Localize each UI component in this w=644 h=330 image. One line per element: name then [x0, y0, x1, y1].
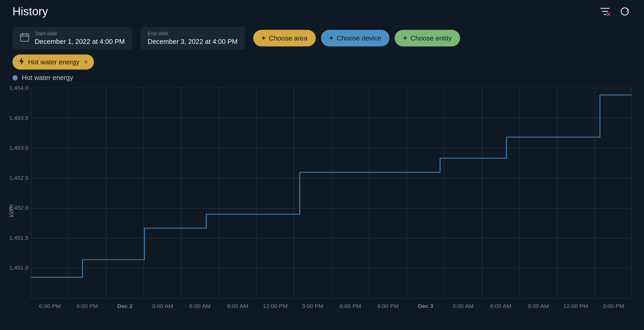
page-title: History [12, 5, 48, 18]
svg-text:9:00 PM: 9:00 PM [377, 303, 399, 309]
plus-icon-area: + [262, 34, 266, 42]
controls-row: Start date December 1, 2022 at 4:00 PM E… [0, 21, 644, 52]
svg-text:1,453.0: 1,453.0 [9, 145, 28, 151]
svg-text:9:00 AM: 9:00 AM [227, 303, 248, 309]
svg-text:1,454.0: 1,454.0 [9, 85, 28, 91]
svg-text:6:00 AM: 6:00 AM [490, 303, 511, 309]
choose-area-button[interactable]: + Choose area [253, 30, 316, 46]
svg-text:1,452.5: 1,452.5 [9, 175, 28, 181]
legend-label: Hot water energy [22, 74, 73, 82]
svg-text:6:00 AM: 6:00 AM [189, 303, 211, 309]
end-date-content: End date December 3, 2022 at 4:00 PM [148, 31, 238, 46]
app-header: History [0, 0, 644, 21]
svg-text:3:00 PM: 3:00 PM [302, 303, 323, 309]
svg-text:3:00 AM: 3:00 AM [152, 303, 173, 309]
svg-text:3:00 AM: 3:00 AM [453, 303, 474, 309]
entity-tag-row: Hot water energy × [0, 52, 644, 72]
svg-text:1,451.5: 1,451.5 [9, 235, 28, 241]
start-date-value: December 1, 2022 at 4:00 PM [35, 38, 125, 46]
choose-device-label: Choose device [337, 34, 381, 42]
filter-buttons: + Choose area + Choose device + Choose e… [253, 30, 460, 46]
lightning-icon [19, 58, 24, 66]
chart-container: kWh 1,454.0 1,453.5 1,453.0 1,452.5 1,45… [0, 83, 644, 319]
choose-entity-button[interactable]: + Choose entity [395, 30, 460, 46]
refresh-button[interactable] [618, 5, 632, 18]
main-chart: 1,454.0 1,453.5 1,453.0 1,452.5 1,452.0 … [31, 88, 632, 299]
chart-svg-wrapper: 1,454.0 1,453.5 1,453.0 1,452.5 1,452.0 … [31, 88, 632, 299]
svg-text:3:00 PM: 3:00 PM [602, 303, 624, 309]
plus-icon-device: + [329, 34, 333, 42]
end-date-label: End date [148, 31, 238, 37]
end-date-field[interactable]: End date December 3, 2022 at 4:00 PM [140, 27, 245, 49]
entity-tag-close-button[interactable]: × [84, 58, 88, 66]
calendar-icon [20, 32, 30, 44]
svg-text:12:00 PM: 12:00 PM [563, 303, 588, 309]
svg-text:12:00 PM: 12:00 PM [263, 303, 288, 309]
end-date-value: December 3, 2022 at 4:00 PM [148, 38, 238, 46]
svg-text:9:00 PM: 9:00 PM [77, 303, 98, 309]
choose-device-button[interactable]: + Choose device [321, 30, 389, 46]
start-date-field[interactable]: Start date December 1, 2022 at 4:00 PM [12, 27, 132, 49]
header-actions [598, 5, 632, 18]
svg-text:6:00 PM: 6:00 PM [39, 303, 61, 309]
svg-text:9:00 AM: 9:00 AM [528, 303, 549, 309]
svg-text:1,453.5: 1,453.5 [9, 115, 28, 121]
choose-entity-label: Choose entity [410, 34, 452, 42]
start-date-content: Start date December 1, 2022 at 4:00 PM [35, 31, 125, 46]
svg-text:Dec 3: Dec 3 [418, 303, 434, 309]
legend-dot [12, 75, 18, 80]
filter-clear-button[interactable] [598, 5, 612, 18]
y-axis-label: kWh [8, 205, 15, 217]
active-entity-label: Hot water energy [28, 58, 79, 66]
svg-text:1,451.0: 1,451.0 [9, 265, 28, 271]
svg-rect-2 [20, 34, 29, 41]
choose-area-label: Choose area [269, 34, 307, 42]
start-date-label: Start date [35, 31, 125, 37]
svg-text:Dec 2: Dec 2 [117, 303, 133, 309]
plus-icon-entity: + [403, 34, 407, 42]
legend-row: Hot water energy [0, 72, 644, 83]
active-entity-tag: Hot water energy × [12, 54, 94, 70]
svg-marker-6 [19, 58, 24, 65]
svg-text:6:00 PM: 6:00 PM [340, 303, 361, 309]
